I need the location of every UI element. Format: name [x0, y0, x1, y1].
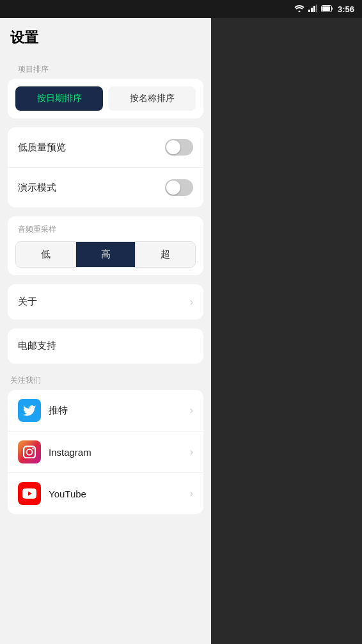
about-chevron-icon: › [190, 296, 193, 308]
resample-card: 音频重采样 低 高 超 [8, 216, 203, 275]
resample-low-button[interactable]: 低 [16, 242, 76, 267]
sort-section-label: 项目排序 [8, 58, 203, 79]
instagram-row[interactable]: Instagram › [8, 431, 203, 473]
about-row[interactable]: 关于 › [8, 284, 203, 319]
about-card: 关于 › [8, 284, 203, 319]
youtube-name: YouTube [49, 488, 190, 499]
demo-mode-label: 演示模式 [18, 182, 56, 194]
svg-rect-6 [322, 6, 330, 11]
follow-card: 推特 › Instagram › [8, 390, 203, 514]
twitter-name: 推特 [49, 405, 190, 417]
email-label: 电邮支持 [18, 340, 56, 352]
svg-rect-1 [308, 10, 310, 12]
svg-point-7 [32, 447, 34, 449]
email-card: 电邮支持 [8, 328, 203, 364]
youtube-chevron-icon: › [190, 488, 193, 499]
wifi-icon [294, 3, 304, 15]
svg-rect-3 [313, 6, 315, 12]
right-panel: 项目 元素 [211, 0, 362, 644]
settings-panel: 设置 项目排序 按日期排序 按名称排序 低质量预览 演示模式 音频重采样 低 高… [0, 0, 211, 644]
instagram-chevron-icon: › [190, 446, 193, 458]
svg-point-0 [298, 11, 300, 13]
follow-section: 关注我们 推特 › [0, 373, 211, 514]
low-quality-row: 低质量预览 [8, 127, 203, 168]
demo-mode-toggle[interactable] [165, 179, 193, 196]
status-time: 3:56 [338, 4, 354, 14]
sort-section: 项目排序 按日期排序 按名称排序 [8, 58, 203, 118]
signal-icon [308, 3, 317, 15]
demo-mode-row: 演示模式 [8, 168, 203, 207]
svg-rect-2 [311, 8, 313, 12]
sort-by-name-button[interactable]: 按名称排序 [108, 86, 196, 111]
battery-icon [321, 3, 334, 15]
toggle-section: 低质量预览 演示模式 [8, 127, 203, 207]
svg-rect-4 [316, 4, 317, 12]
status-bar: 3:56 [0, 0, 362, 18]
about-label: 关于 [18, 296, 37, 308]
sort-buttons-container: 按日期排序 按名称排序 [8, 79, 203, 118]
twitter-row[interactable]: 推特 › [8, 390, 203, 431]
email-row[interactable]: 电邮支持 [8, 328, 203, 364]
instagram-icon [18, 440, 41, 463]
resample-section: 音频重采样 低 高 超 [8, 216, 203, 275]
follow-section-label: 关注我们 [0, 373, 211, 390]
twitter-chevron-icon: › [190, 405, 193, 416]
low-quality-toggle[interactable] [165, 139, 193, 156]
sort-by-date-button[interactable]: 按日期排序 [15, 86, 103, 111]
low-quality-label: 低质量预览 [18, 141, 66, 154]
resample-label: 音频重采样 [15, 224, 196, 235]
resample-high-button[interactable]: 高 [76, 242, 136, 267]
resample-buttons-container: 低 高 超 [15, 241, 196, 268]
youtube-row[interactable]: YouTube › [8, 473, 203, 514]
instagram-name: Instagram [49, 447, 190, 458]
twitter-icon [18, 399, 41, 422]
youtube-icon [18, 482, 41, 505]
resample-ultra-button[interactable]: 超 [136, 242, 195, 267]
